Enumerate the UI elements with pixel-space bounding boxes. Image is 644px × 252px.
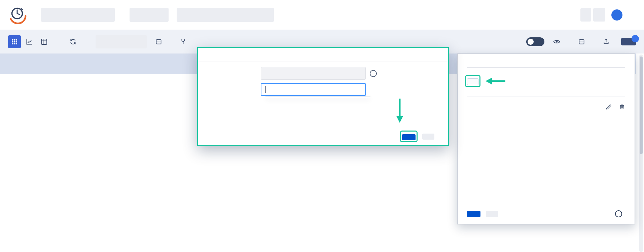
status-group-row [467,97,625,111]
refresh-button[interactable] [67,35,79,48]
refresh-icon [70,38,76,45]
header-actions [574,8,636,22]
pivot-grid-icon [40,38,48,45]
top-header [0,0,644,30]
modal-save-button[interactable] [402,134,416,140]
annotation-highlight-box [467,77,478,85]
report-type-select[interactable] [41,8,115,22]
modal-cancel-button[interactable] [422,134,434,140]
time-range-button[interactable] [180,38,196,45]
app-root [0,0,644,252]
filter-field-select[interactable] [96,35,147,48]
group-name-input[interactable] [261,67,366,80]
flow-icon [180,38,186,45]
panel-footer [467,210,625,217]
save-as-dropdown-button[interactable] [593,8,605,22]
group-by-select[interactable] [130,8,169,22]
clear-toggle[interactable] [526,37,544,46]
export-icon [603,38,609,45]
question-circle-icon [615,210,622,217]
toolbar-right [526,37,636,46]
table-view-button[interactable] [8,35,21,48]
chart-icon [26,38,33,45]
panel-cancel-button[interactable] [486,211,498,217]
pivot-view-button[interactable] [38,35,50,48]
scrollbar-thumb[interactable] [640,57,643,154]
annotation-highlight-box [402,133,416,140]
name-field-row [198,67,448,80]
project-select[interactable] [177,8,274,22]
statuses-field-row [198,83,448,96]
save-as-button[interactable] [580,8,591,22]
add-new-group-modal [197,47,449,146]
issues-range-button[interactable] [155,38,171,45]
modal-actions [402,133,434,140]
chart-view-button[interactable] [23,35,36,48]
more-info-link[interactable] [615,210,625,217]
annotation-arrow-left-icon [484,77,506,85]
group-actions [606,102,625,111]
panel-tabs [467,67,625,68]
edit-group-button[interactable] [606,104,612,111]
export-button[interactable] [603,38,612,45]
app-logo-icon [8,5,28,24]
add-group-area [467,77,625,85]
modal-title [198,48,448,62]
pencil-icon [606,104,612,110]
work-schedule-button[interactable] [578,38,594,45]
columns-button[interactable] [621,38,636,45]
modal-body [198,62,448,96]
add-new-group-button[interactable] [467,78,478,85]
panel-save-button[interactable] [467,211,480,217]
delete-group-button[interactable] [619,104,625,111]
text-caret [265,86,266,93]
columns-count-badge [632,35,639,42]
eye-icon [553,39,560,44]
statuses-dropdown [265,97,370,97]
statuses-search-input[interactable] [261,83,366,96]
grid-view-icon [11,38,18,45]
annotation-arrow-down-icon [395,98,404,126]
columns-manager-panel [457,53,635,224]
calendar-icon [578,38,585,45]
toggle-knob-icon [528,39,534,45]
vertical-scrollbar[interactable] [639,55,643,252]
info-icon[interactable] [370,70,377,77]
groups-table-header [467,94,625,97]
format-button[interactable] [553,39,570,44]
help-button[interactable] [611,9,622,21]
trash-icon [619,104,625,110]
calendar-icon [155,38,162,45]
